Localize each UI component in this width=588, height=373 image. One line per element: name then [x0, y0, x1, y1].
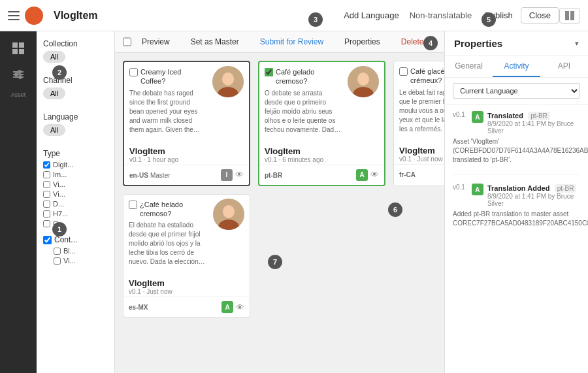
- card-fr-ca-title: Café glacé crémeux?: [410, 67, 444, 86]
- publish-button[interactable]: Publish: [477, 8, 521, 23]
- language-select-row: Current Language: [445, 78, 588, 105]
- activity-item-2: v0.1 A Translation Added pt-BR 8/9/2020 …: [453, 184, 580, 237]
- activity-1-desc: Asset 'VlogItem' (COREBFDD07D76F6144A3A4…: [453, 137, 580, 165]
- card-en-us-eye-icon[interactable]: 👁: [235, 170, 244, 180]
- collection-label: Collection: [43, 39, 108, 48]
- card-pt-br[interactable]: Café gelado cremoso? O debate se arrasta…: [258, 61, 385, 186]
- tab-api[interactable]: API: [540, 56, 588, 77]
- cards-area: Creamy Iced Coffee? The debate has raged…: [115, 53, 444, 373]
- card-pt-br-item-title: VlogItem: [265, 146, 379, 156]
- card-fr-ca-meta: VlogItem v0.1 · Just now: [394, 143, 444, 164]
- card-en-us-checkbox[interactable]: [129, 68, 138, 76]
- tab-general[interactable]: General: [445, 56, 493, 77]
- sidebar-icon-sliders[interactable]: [7, 63, 30, 86]
- svg-point-9: [18, 70, 22, 74]
- right-panel-tabs: General Activity API: [445, 56, 588, 78]
- card-fr-ca-footer: fr-CA A 👁: [394, 164, 444, 184]
- tab-activity[interactable]: Activity: [493, 56, 540, 77]
- select-all-checkbox[interactable]: [123, 37, 131, 46]
- cards-row-2: ¿Café helado cremoso? El debate ha estal…: [123, 194, 436, 318]
- channel-all-btn[interactable]: All: [43, 88, 65, 99]
- card-es-mx-title: ¿Café helado cremoso?: [140, 200, 206, 219]
- card-es-mx-lang: es-MX: [129, 304, 148, 311]
- card-en-us-item-title: VlogItem: [129, 146, 244, 156]
- type-im-checkbox[interactable]: [43, 171, 50, 178]
- non-translatable-button[interactable]: Non-translatable: [404, 8, 477, 23]
- card-fr-ca-lang: fr-CA: [399, 171, 416, 178]
- right-panel-title: Properties: [454, 38, 502, 49]
- activity-2-badge: A: [472, 184, 483, 195]
- card-es-mx-eye-icon[interactable]: 👁: [236, 302, 244, 312]
- filter-panel: Collection All Channel All Language All …: [37, 31, 115, 373]
- card-pt-br-footer: pt-BR A 👁: [259, 165, 384, 185]
- card-fr-ca-desc: Le débat fait rage depuis que le premier…: [399, 88, 444, 134]
- sidebar-icon-grid[interactable]: [7, 37, 30, 60]
- page-title: VlogItem: [54, 10, 98, 22]
- card-es-mx-desc: El debate ha estallado desde que el prim…: [129, 221, 206, 267]
- topbar: VlogItem Add Language Non-translatable P…: [0, 0, 588, 31]
- svg-rect-2: [12, 42, 18, 48]
- logo: [25, 7, 43, 25]
- content-label: Cont...: [54, 235, 77, 244]
- card-pt-br-eye-icon[interactable]: 👁: [370, 170, 379, 180]
- card-fr-ca-item-title: VlogItem: [399, 146, 444, 155]
- content-area: Preview Set as Master Submit for Review …: [115, 31, 444, 373]
- language-label: Language: [43, 112, 108, 122]
- activity-v2-label: v0.1: [453, 184, 465, 191]
- type-d-checkbox[interactable]: [43, 201, 50, 208]
- language-all-btn[interactable]: All: [43, 124, 65, 136]
- type-vi1-checkbox[interactable]: [43, 181, 50, 188]
- add-language-button[interactable]: Add Language: [338, 8, 404, 23]
- sidebar-label-assets: Asset: [0, 91, 37, 99]
- show-existing-button[interactable]: Show Existing Languages: [439, 35, 444, 48]
- svg-point-13: [222, 73, 234, 86]
- svg-rect-1: [570, 11, 574, 20]
- card-fr-ca-checkbox[interactable]: [399, 67, 408, 76]
- card-pt-br-checkbox[interactable]: [265, 68, 273, 76]
- set-master-button[interactable]: Set as Master: [186, 35, 244, 48]
- close-button[interactable]: Close: [521, 7, 559, 24]
- activity-item-1: v0.1 A Translated pt-BR 8/9/2020 at 1:41…: [453, 111, 580, 174]
- svg-point-16: [357, 73, 369, 86]
- activity-1-action: Translated: [487, 112, 523, 120]
- chevron-down-icon[interactable]: ▾: [575, 39, 579, 48]
- delete-button[interactable]: Delete: [396, 35, 429, 48]
- card-pt-br-image: [348, 66, 379, 97]
- properties-button[interactable]: Properties: [339, 35, 385, 48]
- card-pt-br-title: Café gelado cremoso?: [276, 67, 341, 86]
- preview-button[interactable]: Preview: [137, 35, 175, 48]
- card-fr-ca[interactable]: Café glacé crémeux? Le débat fait rage d…: [393, 61, 444, 186]
- card-pt-br-lang: pt-BR: [265, 172, 282, 179]
- card-es-mx-checkbox[interactable]: [129, 201, 137, 209]
- type-vi2-checkbox[interactable]: [43, 191, 50, 198]
- svg-point-22: [223, 205, 235, 218]
- activity-1-lang-badge: pt-BR: [528, 112, 550, 120]
- layout-toggle-button[interactable]: [559, 8, 580, 24]
- activity-2-action: Translation Added: [487, 184, 550, 192]
- card-es-mx-meta: VlogItem v0.1 · Just now: [123, 276, 250, 297]
- left-sidebar: Asset: [0, 31, 37, 373]
- activity-2-desc: Added pt-BR translation to master asset …: [453, 210, 580, 228]
- right-panel: Properties ▾ General Activity API Curren…: [444, 31, 588, 373]
- card-en-us-footer: en-US Master I 👁: [124, 165, 249, 185]
- card-en-us-title: Creamy Iced Coffee?: [140, 67, 206, 86]
- card-en-us-meta: VlogItem v0.1 · 1 hour ago: [124, 144, 249, 165]
- type-o-checkbox[interactable]: [43, 220, 50, 227]
- content-vi-checkbox[interactable]: [54, 257, 61, 265]
- activity-1-badge: A: [472, 111, 483, 123]
- type-digital-checkbox[interactable]: [43, 161, 50, 169]
- current-language-select[interactable]: Current Language: [453, 83, 580, 99]
- submit-review-button[interactable]: Submit for Review: [255, 35, 329, 48]
- card-en-us-version: v0.1 · 1 hour ago: [129, 156, 244, 163]
- activity-1-time: 8/9/2020 at 1:41 PM by Bruce Silver: [487, 120, 580, 135]
- card-en-us-badge: I: [221, 169, 233, 181]
- card-es-mx-version: v0.1 · Just now: [129, 288, 244, 295]
- content-checkbox[interactable]: [43, 236, 52, 244]
- collection-all-btn[interactable]: All: [43, 51, 65, 63]
- type-h7-checkbox[interactable]: [43, 210, 50, 218]
- content-bl-checkbox[interactable]: [54, 248, 61, 255]
- card-es-mx[interactable]: ¿Café helado cremoso? El debate ha estal…: [123, 194, 250, 318]
- hamburger-icon[interactable]: [8, 11, 20, 20]
- svg-point-11: [18, 75, 22, 79]
- card-en-us[interactable]: Creamy Iced Coffee? The debate has raged…: [123, 61, 250, 186]
